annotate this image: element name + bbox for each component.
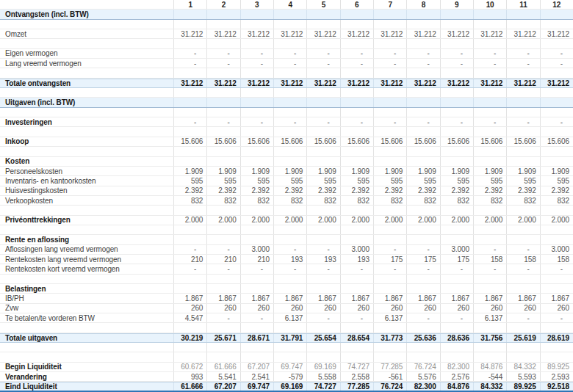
value-cell: 1.867 (306, 294, 339, 302)
value-cell (406, 147, 439, 156)
value-cell (340, 88, 373, 97)
value-cell (273, 68, 306, 77)
value-cell: 260 (373, 304, 406, 313)
value-cell (340, 147, 373, 156)
value-cell (373, 88, 406, 97)
value-cell: - (240, 264, 273, 273)
value-cell: - (440, 49, 473, 58)
value-cell: 6.137 (373, 313, 406, 322)
row-label (0, 20, 173, 29)
value-cell: 2.392 (206, 186, 239, 195)
value-cell: 5.541 (206, 372, 239, 381)
value-cell: 15.606 (406, 137, 439, 146)
section-header-row: Uitgaven (incl. BTW) (0, 98, 573, 107)
spacer-row (0, 20, 573, 29)
value-cell: 832 (440, 196, 473, 205)
value-cell (306, 68, 339, 77)
value-cell (240, 39, 273, 48)
value-cell (506, 275, 539, 283)
value-cell (340, 10, 373, 18)
value-cell: - (540, 117, 573, 126)
value-cell (240, 235, 273, 244)
value-cell: 193 (306, 255, 339, 264)
value-cell: 595 (440, 176, 473, 185)
value-cell: -579 (273, 372, 306, 381)
value-cell: 193 (340, 255, 373, 264)
value-cell: 2.392 (373, 186, 406, 195)
table-row: Personeelskosten1.9091.9091.9091.9091.90… (0, 167, 573, 176)
value-cell: - (173, 117, 206, 126)
value-cell: 832 (340, 196, 373, 205)
value-cell: 74.727 (340, 363, 373, 371)
value-cell (240, 275, 273, 283)
value-cell: - (406, 313, 439, 322)
value-cell (173, 108, 206, 117)
value-cell (173, 98, 206, 106)
value-cell (240, 88, 273, 97)
value-cell: 2.000 (306, 216, 339, 225)
value-cell (173, 157, 206, 166)
value-cell: 84.876 (473, 363, 506, 371)
value-cell: 67.207 (240, 363, 273, 371)
value-cell (240, 98, 273, 106)
value-cell: 15.606 (240, 137, 273, 146)
value-cell (506, 10, 539, 18)
value-cell (373, 275, 406, 283)
value-cell: 2.392 (540, 186, 573, 195)
section-header-row: Ontvangsten (incl. BTW) (0, 10, 573, 19)
table-row: Begin Liquiditeit60.67261.66667.20769.74… (0, 363, 573, 372)
value-cell: - (306, 313, 339, 322)
value-cell (473, 206, 506, 214)
value-cell (473, 88, 506, 97)
value-cell (406, 39, 439, 48)
value-cell: 25.671 (206, 334, 239, 342)
value-cell (406, 108, 439, 117)
total-row: Totale uitgaven30.21925.67128.67131.7912… (0, 333, 573, 343)
value-cell: 30.219 (173, 334, 206, 342)
value-cell: 832 (173, 196, 206, 205)
value-cell (173, 225, 206, 234)
value-cell: 82.300 (440, 363, 473, 371)
value-cell: - (406, 245, 439, 254)
value-cell: -561 (373, 372, 406, 381)
value-cell: 2.392 (440, 186, 473, 195)
value-cell: - (473, 117, 506, 126)
value-cell: - (306, 245, 339, 254)
value-cell (273, 275, 306, 283)
row-label: Verandering (0, 372, 173, 381)
value-cell (340, 275, 373, 283)
value-cell: 2.000 (240, 216, 273, 225)
value-cell: 31.212 (540, 29, 573, 38)
value-cell (473, 343, 506, 352)
group-header-row: Kosten (0, 157, 573, 167)
value-cell (373, 284, 406, 293)
value-cell: 175 (440, 255, 473, 264)
value-cell (506, 352, 539, 361)
value-cell (540, 284, 573, 293)
spacer-row (0, 323, 573, 333)
value-cell (206, 206, 239, 214)
value-cell: - (206, 264, 239, 273)
value-cell (173, 352, 206, 361)
value-cell (273, 88, 306, 97)
value-cell (540, 352, 573, 361)
value-cell (406, 157, 439, 166)
value-cell (173, 284, 206, 293)
table-row: Verkoopkosten832832832832832832832832832… (0, 196, 573, 206)
value-cell: 595 (506, 176, 539, 185)
value-cell: 31.212 (240, 29, 273, 38)
row-label (0, 68, 173, 77)
value-cell (340, 284, 373, 293)
value-cell (506, 206, 539, 214)
value-cell (440, 68, 473, 77)
value-cell (306, 206, 339, 214)
value-cell: 1.867 (540, 294, 573, 302)
value-cell (473, 157, 506, 166)
value-cell (173, 20, 206, 29)
value-cell (373, 127, 406, 136)
value-cell: 210 (240, 255, 273, 264)
value-cell (440, 284, 473, 293)
value-cell (440, 235, 473, 244)
value-cell: 69.747 (273, 363, 306, 371)
value-cell: 832 (373, 196, 406, 205)
